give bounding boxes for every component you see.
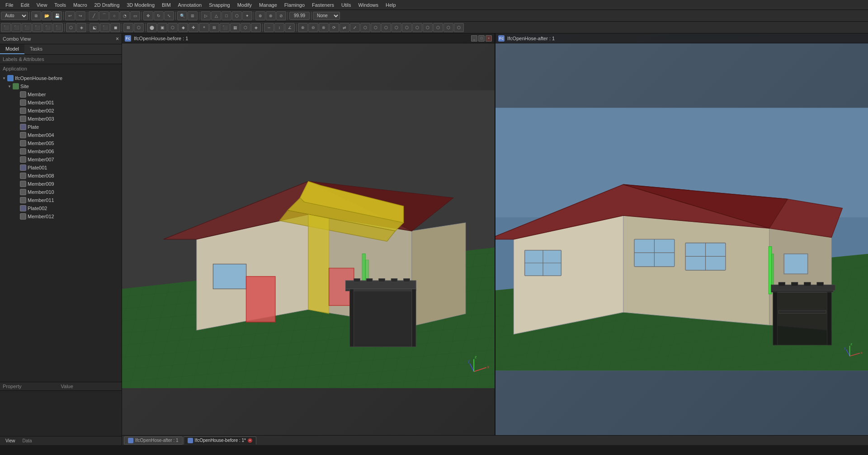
tree-member011[interactable]: Member011 [0,196,122,204]
draw-btn7[interactable]: ⊞ [209,23,219,32]
tool2[interactable]: △ [211,11,221,20]
house-left-scene[interactable]: x y z [122,43,495,435]
tree-plate001[interactable]: Plate001 [0,164,122,172]
mod2[interactable]: ⊖ [308,23,318,32]
move-btn[interactable]: ✥ [143,11,153,20]
tree-root[interactable]: ▼ IfcOpenHouse-before [0,74,122,82]
combo-view-close[interactable]: × [116,36,119,42]
tree-member010[interactable]: Member010 [0,188,122,196]
tool5[interactable]: ✦ [242,11,252,20]
tree-member005[interactable]: Member005 [0,139,122,147]
mod16[interactable]: ⬡ [454,23,464,32]
view-front[interactable]: ⬛ [1,23,11,32]
mod14[interactable]: ⬡ [433,23,443,32]
menu-fasteners[interactable]: Fasteners [308,1,338,9]
menu-utils[interactable]: Utils [338,1,354,9]
view-right[interactable]: ⬛ [53,23,63,32]
measure2[interactable]: ↕ [274,23,284,32]
menu-2ddrafting[interactable]: 2D Drafting [91,1,123,9]
viewport-left-max[interactable]: □ [478,35,485,42]
snap-dropdown[interactable]: None [313,12,340,20]
tab-tasks[interactable]: Tasks [24,44,48,54]
draw-btn5[interactable]: ✚ [189,23,198,32]
view-left[interactable]: ⬛ [42,23,52,32]
mod8[interactable]: ⬡ [371,23,381,32]
draw-btn6[interactable]: ⌖ [199,23,209,32]
new-btn[interactable]: 🗎 [31,11,41,20]
tree-member009[interactable]: Member009 [0,180,122,188]
draw-btn4[interactable]: ◆ [178,23,188,32]
mod9[interactable]: ⬡ [381,23,391,32]
menu-3dmodeling[interactable]: 3D Modeling [123,1,158,9]
expand-site[interactable]: ▼ [6,84,13,89]
mod12[interactable]: ⬡ [412,23,422,32]
tree-member[interactable]: Member [0,90,122,99]
solid-view[interactable]: ⬛ [100,23,110,32]
rotate-btn[interactable]: ↻ [154,11,164,20]
zoom-value[interactable] [289,12,310,20]
wire-view[interactable]: ⬕ [90,23,99,32]
tab-ifc-before[interactable]: IfcOpenHouse-before : 1* × [184,436,256,445]
measure3[interactable]: ∠ [285,23,295,32]
rect-btn[interactable]: ▭ [130,11,140,20]
mod6[interactable]: ⤢ [350,23,360,32]
viewport-left[interactable]: Fc IfcOpenHouse-before : 1 _ □ × [122,33,495,435]
tab-close-before[interactable]: × [248,438,252,443]
menu-view[interactable]: View [33,1,51,9]
tree-member007[interactable]: Member007 [0,155,122,164]
tree-member004[interactable]: Member004 [0,131,122,139]
menu-edit[interactable]: Edit [17,1,33,9]
mod7[interactable]: ⬡ [360,23,370,32]
tree-member008[interactable]: Member008 [0,172,122,180]
menu-flamingo[interactable]: Flamingo [281,1,308,9]
menu-snapping[interactable]: Snapping [205,1,234,9]
tree-site[interactable]: ▼ Site [0,82,122,90]
tree-view[interactable]: ▼ IfcOpenHouse-before ▼ Site Member Memb… [0,73,122,382]
tree-member001[interactable]: Member001 [0,99,122,107]
line-btn[interactable]: ╱ [89,11,99,20]
mod10[interactable]: ⬡ [392,23,401,32]
tool3[interactable]: □ [222,11,231,20]
select-all[interactable]: ⬡ [134,23,144,32]
expand-root[interactable]: ▼ [1,76,7,80]
mod4[interactable]: ⟳ [329,23,339,32]
save-btn[interactable]: 💾 [52,11,62,20]
arc-btn[interactable]: ◔ [120,11,130,20]
workbench-selector[interactable]: Auto [1,12,28,20]
undo-btn[interactable]: ↩ [65,11,75,20]
draw-btn3[interactable]: ⬡ [168,23,178,32]
redo-btn[interactable]: ↪ [75,11,85,20]
circle-btn[interactable]: ○ [109,11,119,20]
tab-ifc-after[interactable]: IfcOpenHose-after : 1 [124,436,183,445]
menu-manage[interactable]: Manage [255,1,281,9]
draw-btn8[interactable]: ⬛ [220,23,230,32]
iso-view[interactable]: ⬡ [66,23,76,32]
draw-btn9[interactable]: ▦ [230,23,240,32]
persp-view[interactable]: ◈ [76,23,86,32]
draw-btn11[interactable]: ◈ [251,23,261,32]
view-back[interactable]: ⬛ [11,23,21,32]
menu-macro[interactable]: Macro [70,1,91,9]
zoom-btn[interactable]: 🔍 [177,11,187,20]
polyline-btn[interactable]: ⌒ [99,11,109,20]
menu-file[interactable]: File [2,1,17,9]
draw-btn10[interactable]: ⬡ [241,23,250,32]
snap3[interactable]: ⊘ [276,11,286,20]
view-tab[interactable]: View [2,437,19,444]
mod11[interactable]: ⬡ [402,23,412,32]
measure1[interactable]: ↔ [264,23,274,32]
mod5[interactable]: ⇌ [340,23,349,32]
tool4[interactable]: ⬡ [232,11,242,20]
menu-modify[interactable]: Modify [234,1,255,9]
tree-member002[interactable]: Member002 [0,107,122,115]
view-top[interactable]: ⬛ [22,23,32,32]
snap1[interactable]: ⊕ [255,11,265,20]
open-btn[interactable]: 📂 [42,11,52,20]
mod13[interactable]: ⬡ [423,23,433,32]
draw-btn2[interactable]: ▣ [157,23,167,32]
view-bottom[interactable]: ⬛ [32,23,42,32]
tree-plate[interactable]: Plate [0,123,122,131]
snap2[interactable]: ⊗ [266,11,276,20]
menu-help[interactable]: Help [382,1,400,9]
mod15[interactable]: ⬡ [443,23,453,32]
